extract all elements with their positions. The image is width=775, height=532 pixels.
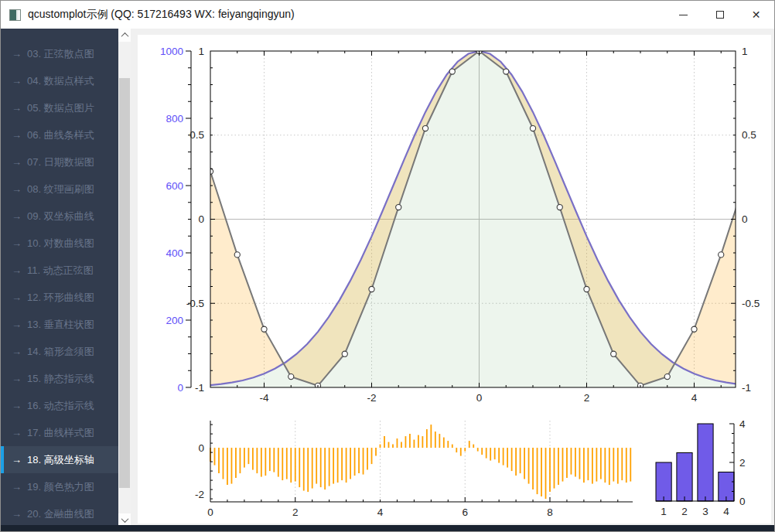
arrow-icon: →: [12, 237, 22, 249]
y-tick-label: 0: [739, 496, 746, 507]
sidebar-item-13[interactable]: →13. 垂直柱状图: [1, 311, 118, 338]
sidebar-item-label: 12. 环形曲线图: [27, 291, 94, 305]
scroll-up-button[interactable]: [118, 29, 131, 42]
window-controls: ✕: [665, 1, 774, 29]
arrow-icon: →: [12, 427, 22, 438]
y2-tick-label: 0: [177, 382, 183, 394]
arrow-icon: →: [12, 102, 22, 114]
sidebar-item-12[interactable]: →12. 环形曲线图: [1, 284, 118, 311]
y2-tick-label: 1000: [160, 46, 183, 57]
scatter-point: [745, 169, 750, 174]
arrow-icon: →: [12, 48, 22, 60]
x-tick-label: 4: [691, 392, 698, 404]
arrow-icon: →: [12, 156, 22, 168]
y2-tick-label: 200: [166, 315, 183, 326]
sidebar-item-16[interactable]: →16. 动态指示线: [1, 392, 118, 419]
sidebar-item-label: 20. 金融曲线图: [27, 507, 94, 521]
y-tick-label: -0.5: [186, 298, 204, 309]
qcustomplot-canvas[interactable]: -4-2024110.50.500-0.5-0.5-1-110008006004…: [138, 35, 771, 523]
y-tick-label: 1: [198, 46, 204, 57]
sidebar-item-15[interactable]: →15. 静态指示线: [1, 365, 118, 392]
qcustomplot-widget[interactable]: -4-2024110.50.500-0.5-0.5-1-110008006004…: [138, 35, 771, 523]
sidebar-item-label: 18. 高级坐标轴: [27, 453, 94, 467]
maximize-icon: [716, 11, 724, 19]
arrow-icon: →: [12, 481, 22, 493]
sidebar-item-label: 03. 正弦散点图: [27, 47, 94, 61]
scatter-point: [584, 286, 589, 292]
window-title: qcustomplot示例 (QQ: 517216493 WX: feiyang…: [28, 8, 295, 22]
sidebar-item-14[interactable]: →14. 箱形盒须图: [1, 338, 118, 365]
sidebar-item-20[interactable]: →20. 金融曲线图: [1, 500, 118, 527]
x-tick-label: -4: [259, 392, 268, 404]
x-tick-label: 1: [661, 506, 667, 517]
scatter-point: [557, 204, 562, 210]
scatter-point: [530, 125, 535, 131]
right-tick-label: -1: [742, 382, 751, 394]
arrow-icon: →: [12, 400, 22, 411]
sidebar-item-label: 07. 日期数据图: [27, 155, 94, 169]
x-tick-label: 0: [476, 392, 483, 404]
arrow-icon: →: [12, 373, 22, 384]
sidebar-item-8[interactable]: →08. 纹理画刷图: [1, 176, 118, 203]
y2-tick-label: 400: [166, 247, 183, 259]
x-tick-label: 0: [207, 506, 213, 518]
scatter-point: [719, 252, 724, 257]
sidebar-item-label: 13. 垂直柱状图: [27, 318, 94, 332]
sidebar-item-3[interactable]: →03. 正弦散点图: [1, 40, 118, 67]
x-tick-label: 2: [681, 506, 688, 517]
scatter-point: [396, 204, 401, 210]
scatter-point: [422, 125, 428, 131]
bottom-strip: [1, 525, 774, 531]
right-tick-label: 0.5: [742, 129, 756, 141]
y-tick-label: 0.5: [189, 129, 204, 141]
y2-tick-label: 800: [166, 113, 183, 124]
sidebar-item-19[interactable]: →19. 颜色热力图: [1, 473, 118, 500]
arrow-icon: →: [12, 508, 22, 520]
sidebar-item-label: 10. 对数曲线图: [27, 237, 94, 251]
sidebar-item-4[interactable]: →04. 数据点样式: [1, 67, 118, 94]
right-tick-label: 0: [742, 213, 748, 225]
minimize-button[interactable]: [665, 1, 702, 29]
sidebar-item-7[interactable]: →07. 日期数据图: [1, 148, 118, 176]
main-content: -4-2024110.50.500-0.5-0.5-1-110008006004…: [131, 29, 775, 527]
sidebar-item-label: 19. 颜色热力图: [27, 480, 94, 494]
scatter-point: [369, 286, 374, 292]
scroll-down-icon: [121, 515, 128, 523]
bars-graph: [656, 424, 734, 501]
sidebar-scrollbar[interactable]: [118, 29, 131, 527]
minimize-icon: [679, 15, 688, 15]
scatter-point: [504, 69, 509, 74]
sidebar-item-18[interactable]: →18. 高级坐标轴: [1, 446, 118, 473]
scatter-point: [234, 252, 240, 257]
y-tick-label: -2: [195, 489, 204, 500]
sidebar-item-label: 17. 曲线样式图: [27, 426, 94, 440]
sidebar-item-label: 06. 曲线条样式: [27, 128, 94, 142]
x-tick-label: 2: [584, 392, 590, 404]
sidebar-item-5[interactable]: →05. 数据点图片: [1, 94, 118, 121]
sidebar-item-17[interactable]: →17. 曲线样式图: [1, 419, 118, 446]
sidebar-item-10[interactable]: →10. 对数曲线图: [1, 230, 118, 257]
arrow-icon: →: [12, 454, 22, 466]
sidebar-item-label: 05. 数据点图片: [27, 101, 94, 115]
scrollbar-thumb[interactable]: [119, 78, 130, 488]
scatter-point: [611, 351, 616, 356]
close-button[interactable]: ✕: [738, 1, 774, 29]
x-tick-label: 8: [547, 506, 553, 518]
title-bar[interactable]: qcustomplot示例 (QQ: 517216493 WX: feiyang…: [1, 1, 774, 29]
sidebar-item-9[interactable]: →09. 双坐标曲线: [1, 203, 118, 230]
main-plot-graphs: [207, 48, 750, 388]
sidebar-item-6[interactable]: →06. 曲线条样式: [1, 121, 118, 148]
y-tick-label: 0: [198, 442, 204, 454]
x-tick-label: 2: [292, 506, 299, 518]
arrow-icon: →: [12, 292, 22, 303]
y-tick-label: 2: [739, 457, 746, 469]
impulse-graph: [210, 425, 630, 499]
arrow-icon: →: [12, 264, 22, 276]
maximize-button[interactable]: [702, 1, 738, 29]
sidebar-item-11[interactable]: →11. 动态正弦图: [1, 257, 118, 284]
x-tick-label: 4: [377, 506, 384, 518]
bar-rect: [677, 453, 692, 502]
arrow-icon: →: [12, 346, 22, 357]
arrow-icon: →: [12, 210, 22, 222]
arrow-icon: →: [12, 183, 22, 195]
